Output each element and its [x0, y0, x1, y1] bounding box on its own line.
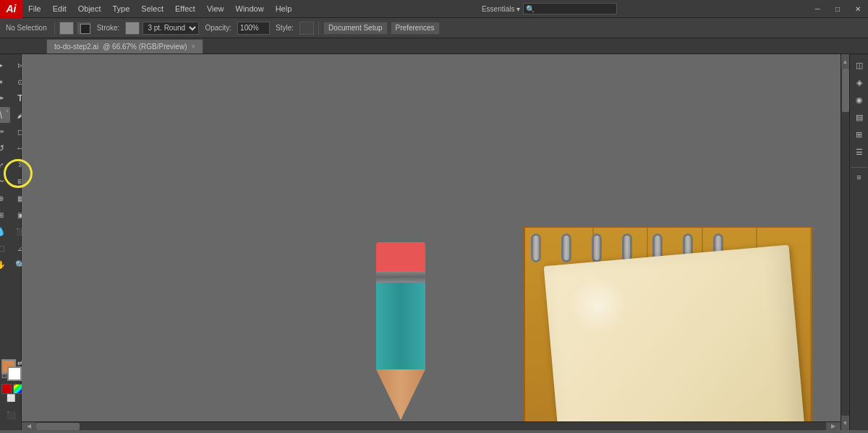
menu-file[interactable]: File [22, 0, 47, 17]
toolbar: No Selection Stroke: 3 pt. Round Opacity… [0, 18, 868, 38]
window-controls: ─ □ ✕ [807, 0, 868, 18]
close-button[interactable]: ✕ [848, 0, 868, 18]
minimize-button[interactable]: ─ [807, 0, 827, 18]
layers-panel-button[interactable]: ◫ [851, 57, 867, 73]
align-panel-button[interactable]: ⊞ [851, 127, 867, 142]
divider-2 [318, 22, 319, 35]
scroll-thumb[interactable] [842, 69, 849, 112]
pencil-illustration [376, 242, 425, 420]
divider-1 [54, 22, 55, 35]
vertical-scrollbar[interactable]: ▲ ▼ [841, 54, 849, 430]
symbol-sprayer-tool[interactable]: ⊕ [0, 190, 10, 206]
pencil-ferrule [376, 271, 425, 283]
pen-tool[interactable]: ✒ [0, 90, 10, 106]
scale-tool[interactable]: ⤢ [0, 157, 10, 173]
stroke-color-swatch[interactable] [125, 22, 140, 35]
pencil-eraser [376, 242, 425, 271]
workspace-label: Essentials ▾ [482, 5, 520, 13]
draw-mode-button[interactable]: ⬜ [1, 390, 20, 406]
stroke-label: Stroke: [94, 24, 123, 32]
scroll-down-button[interactable]: ▼ [841, 416, 849, 430]
maximize-button[interactable]: □ [827, 0, 848, 18]
stroke-panel-button[interactable]: ≡ [851, 167, 867, 183]
stroke-swatch[interactable] [77, 22, 91, 35]
background-color[interactable] [7, 366, 22, 381]
fill-swatch[interactable] [59, 22, 74, 35]
menu-bar: Ai File Edit Object Type Select Effect V… [0, 0, 868, 18]
ring-1 [531, 233, 541, 262]
tab-close-button[interactable]: × [191, 43, 195, 51]
tab-info: @ 66.67% (RGB/Preview) [103, 43, 187, 51]
menu-help[interactable]: Help [270, 0, 298, 17]
line-segment-tool[interactable]: \ ▾ [0, 107, 10, 123]
preferences-button[interactable]: Preferences [391, 22, 440, 35]
screen-mode-button[interactable]: ⬛ [1, 407, 20, 423]
ring-3 [592, 233, 602, 262]
app-logo: Ai [0, 0, 22, 18]
search-input[interactable] [523, 3, 617, 14]
pencil-tip [376, 369, 425, 420]
artboard-tool[interactable]: ⬚ [0, 240, 10, 256]
paper-shine [566, 274, 629, 337]
hand-tool[interactable]: ✋ [0, 257, 10, 273]
tab-bar: to-do-step2.ai @ 66.67% (RGB/Preview) × [0, 38, 868, 54]
document-tab[interactable]: to-do-step2.ai @ 66.67% (RGB/Preview) × [46, 39, 203, 53]
stroke-weight-select[interactable]: 3 pt. Round [142, 22, 199, 35]
pathfinder-panel-button[interactable]: ☰ [851, 144, 867, 160]
menu-object[interactable]: Object [72, 0, 107, 17]
scroll-up-button[interactable]: ▲ [841, 54, 849, 69]
style-label: Style: [273, 24, 297, 32]
rotate-tool[interactable]: ↺ [0, 140, 10, 156]
bottom-tools: ⬜ ⬛ [1, 390, 20, 423]
opacity-input[interactable] [237, 22, 270, 35]
warp-tool[interactable]: 〜 [0, 173, 10, 189]
default-colors-icon[interactable]: ⊡ [1, 372, 7, 380]
h-scroll-thumb[interactable] [36, 423, 80, 430]
left-toolbar: ▸ ▹ ✴ ⊙ ✒ T \ ▾ 🖌 ✏ ◻ ↺ ↔ ⤢ ⧖ [0, 54, 22, 430]
properties-panel-button[interactable]: ◉ [851, 92, 867, 108]
menu-effect[interactable]: Effect [169, 0, 201, 17]
menu-window[interactable]: Window [230, 0, 270, 17]
notebook-illustration [524, 226, 813, 430]
main-layout: ▸ ▹ ✴ ⊙ ✒ T \ ▾ 🖌 ✏ ◻ ↺ ↔ ⤢ ⧖ [0, 54, 868, 430]
pencil-tool[interactable]: ✏ [0, 124, 10, 140]
opacity-label: Opacity: [202, 24, 234, 32]
eyedropper-tool[interactable]: 💧 [0, 223, 10, 239]
scroll-left-button[interactable]: ◀ [22, 422, 36, 430]
magic-wand-tool[interactable]: ✴ [0, 74, 10, 90]
notebook-paper [544, 245, 808, 430]
doc-setup-button[interactable]: Document Setup [323, 22, 388, 35]
menu-type[interactable]: Type [107, 0, 136, 17]
selection-label: No Selection [3, 24, 50, 32]
style-swatch[interactable] [299, 22, 314, 35]
pencil-body [376, 283, 425, 369]
canvas-area[interactable]: ▲ ▼ ◀ ▶ [22, 54, 849, 430]
tab-name: to-do-step2.ai [54, 43, 98, 51]
right-panel: ◫ ◈ ◉ ▤ ⊞ ☰ ≡ [849, 54, 868, 430]
menu-view[interactable]: View [201, 0, 230, 17]
menu-edit[interactable]: Edit [47, 0, 72, 17]
transform-panel-button[interactable]: ▤ [851, 109, 867, 125]
scroll-right-button[interactable]: ▶ [826, 422, 841, 430]
mesh-tool[interactable]: ⊞ [0, 207, 10, 223]
horizontal-scrollbar[interactable]: ◀ ▶ [22, 421, 841, 430]
selection-tool[interactable]: ▸ [0, 57, 10, 73]
ring-2 [561, 233, 571, 262]
menu-select[interactable]: Select [135, 0, 169, 17]
artboards-panel-button[interactable]: ◈ [851, 74, 867, 90]
